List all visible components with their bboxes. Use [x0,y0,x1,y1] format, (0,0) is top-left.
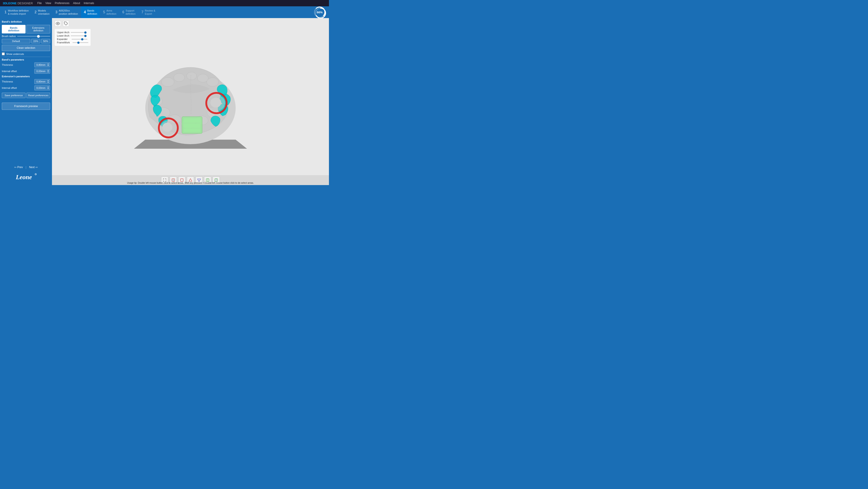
step-6-num: 6 [122,10,124,14]
bands-offset-value: 0,03mm [35,70,46,72]
ext-thickness-down[interactable]: ▼ [47,82,49,83]
ext-thickness-label: Thickness [2,80,13,83]
step-2-label: Modelsorientation [38,9,50,16]
bands-thickness-arrows: ▲ ▼ [47,63,49,67]
nav-divider: | [26,165,26,169]
prev-label: Prev [18,165,23,169]
framework-preview-button[interactable]: Framework preview [2,102,50,110]
menu-bar: File View Preferences About Internals [37,2,94,5]
bands-offset-row: Internal offset 0,03mm ▲ ▼ [2,69,50,74]
main-layout: Band's definition Bandsdefinition Extens… [0,18,329,185]
sidebar: Band's definition Bandsdefinition Extens… [0,18,52,185]
tab-extensions-definition[interactable]: Extensionsdefinition [26,25,50,33]
svg-point-9 [174,73,185,82]
brush-radius-slider[interactable] [17,36,50,37]
menu-view[interactable]: View [45,2,51,5]
viewport-bottom: Usage tip: Double left mouse button clic… [52,175,329,185]
ext-offset-down[interactable]: ▼ [47,88,49,90]
bands-thickness-row: Thickness 0,80mm ▲ ▼ [2,62,50,67]
ext-offset-arrows: ▲ ▼ [47,86,49,90]
menu-about[interactable]: About [73,2,80,5]
svg-rect-21 [184,118,200,123]
tab-bands-definition[interactable]: Bandsdefinition [2,25,26,33]
save-preference-button[interactable]: Save preference [2,93,26,98]
bands-params-title: Band's parameters [2,58,50,61]
brush-radius-label: Brush radius [2,35,16,37]
step-5-label: Armsdefinition [106,9,116,16]
step-5-num: 5 [103,10,105,14]
nav-row: ⇦ Prev | Next ⇨ [2,164,50,170]
step-6-label: Supportdefinition [126,9,135,16]
app-brand: 3DLEONE DESIGNER [3,2,33,5]
ext-offset-value: 0,03mm [35,87,46,89]
step-1-label: Workflow definition& models import [8,9,29,16]
brush-pct-row: Default 15% 50% [2,39,50,43]
ext-thickness-row: Thickness 0,80mm ▲ ▼ [2,79,50,84]
brush-radius-thumb[interactable] [37,35,40,38]
svg-point-8 [161,78,174,87]
step-7-label: Review &Export [145,9,155,16]
clean-selection-button[interactable]: Clean selection [2,45,50,51]
dental-model-3d [127,38,254,155]
next-button[interactable]: Next ⇨ [29,165,38,169]
ext-thickness-arrows: ▲ ▼ [47,80,49,83]
usage-tip: Usage tip: Double left mouse button clic… [52,182,329,184]
brush-radius-row: Brush radius [2,35,50,37]
extensions-params-title: Extension's parameters [2,75,50,78]
menu-file[interactable]: File [37,2,41,5]
ext-thickness-value: 0,80mm [35,80,46,83]
next-arrow-icon: ⇨ [35,165,38,169]
progress-circle: 66% [314,6,325,18]
show-undercuts-label: Show undercuts [6,53,24,55]
step-4-label: Bandsdefinition [87,9,97,16]
step-7[interactable]: 7 Review &Export [139,6,158,18]
step-6[interactable]: 6 Supportdefinition [120,6,138,18]
svg-rect-23 [184,128,200,132]
svg-marker-35 [197,179,200,182]
bands-thickness-value: 0,80mm [35,63,46,66]
ext-offset-box: 0,03mm ▲ ▼ [34,85,50,90]
model-area[interactable] [52,18,329,175]
reset-preferences-button[interactable]: Reset preferences [26,93,50,98]
svg-point-11 [197,74,208,82]
svg-point-3 [35,174,36,175]
svg-marker-34 [189,179,192,181]
brand-3dleone: 3DLEONE [3,2,17,5]
action-buttons: Save preference Reset preferences [2,93,50,98]
step-3-num: 3 [55,10,57,14]
show-undercuts-checkbox[interactable] [2,53,5,55]
titlebar: 3DLEONE DESIGNER File View Preferences A… [0,0,329,6]
bands-offset-down[interactable]: ▼ [47,71,49,73]
show-undercuts-row: Show undercuts [2,53,50,55]
ext-offset-label: Internal offset [2,87,17,89]
svg-rect-22 [184,123,200,128]
viewport: Upper Arch Lower Arch Expander FrameWork [52,18,329,185]
bands-offset-arrows: ▲ ▼ [47,69,49,73]
step-4-num: 4 [84,10,86,14]
menu-preferences[interactable]: Preferences [55,2,69,5]
bands-offset-label: Internal offset [2,70,17,72]
leone-logo-text: Leone [15,176,37,182]
sidebar-section-title: Band's definition [2,20,50,24]
tab-buttons: Bandsdefinition Extensionsdefinition [2,25,50,33]
prev-button[interactable]: ⇦ Prev [14,165,23,169]
step-2[interactable]: 2 Modelsorientation [32,6,52,18]
brush-preset-15[interactable]: 15% [31,39,40,43]
divider-1 [2,57,50,57]
bands-thickness-box: 0,80mm ▲ ▼ [34,62,50,67]
step-5[interactable]: 5 Armsdefinition [100,6,119,18]
step-4[interactable]: 4 Bandsdefinition [81,6,100,18]
bands-thickness-down[interactable]: ▼ [47,65,49,67]
brand-designer: DESIGNER [18,2,33,5]
prev-arrow-icon: ⇦ [14,165,17,169]
brush-preset-50[interactable]: 50% [41,39,50,43]
svg-point-10 [187,72,196,80]
step-2-num: 2 [35,10,37,14]
svg-point-12 [207,78,218,86]
menu-internals[interactable]: Internals [84,2,94,5]
bands-offset-box: 0,03mm ▲ ▼ [34,69,50,74]
step-3[interactable]: 3 A06200xxposition definition [53,6,81,18]
svg-point-29 [210,98,221,108]
step-1[interactable]: 1 Workflow definition& models import [2,6,31,18]
brush-preset-default[interactable]: Default [2,39,30,43]
